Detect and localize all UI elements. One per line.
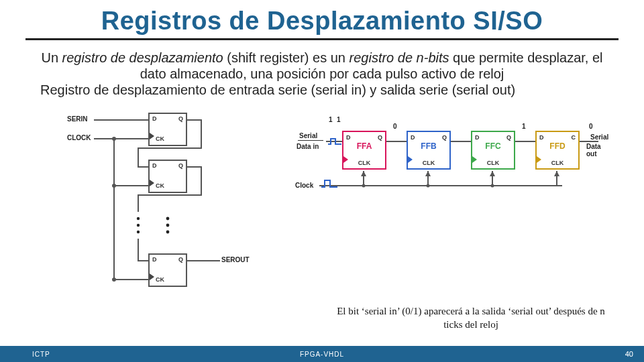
sub-line: Registro de desplazamiento de entrada se… [27,82,617,99]
pin-q: Q [178,115,183,122]
svg-point-32 [491,184,494,188]
pin-d: D [539,134,544,141]
ff-name: FFC [472,141,514,151]
ff-name: FFD [537,141,578,151]
data-pulse-icon [327,137,343,145]
ff-ffb: D Q FFB CLK [407,131,451,170]
pin-ck: CK [156,182,164,189]
bit-out: 0 [589,123,593,130]
bit-q-a: 0 [393,123,397,130]
para-mid1: (shift register) es un [223,50,350,65]
svg-marker-26 [361,171,366,176]
footer-center: FPGA-VHDL [0,351,644,358]
svg-point-30 [362,184,366,188]
diagrams-area: D Q CK D Q CK D Q CK SERIN CLOCK SEROUT [0,104,644,298]
ff-ffc: D Q FFC CLK [471,131,515,170]
bit-in-1: 1 [329,116,333,123]
ff-box-1: D Q CK [148,113,187,146]
label-serin: SERIN [67,115,88,123]
ff-box-2: D Q CK [148,160,187,193]
ff-name: FFA [343,141,385,151]
footer-page: 40 [625,350,633,358]
clk-label: CLK [343,160,385,166]
pin-d: D [411,134,415,141]
svg-point-9 [112,278,116,282]
label-serial-out-1: Serial [590,133,608,141]
label-datain: Data in [297,143,319,150]
pin-ck: CK [156,276,164,283]
diagram-right: 1 1 0 1 0 Serial Data in Serial Data out… [295,113,610,217]
pin-q: Q [178,162,183,169]
pin-q: Q [378,134,382,141]
serial-underline [298,140,323,141]
svg-point-8 [112,184,116,188]
para-pre: Un [41,50,62,65]
title-underline [25,38,619,40]
para-ital1: registro de desplazamiento [62,50,223,65]
clk-edge-icon [150,133,154,139]
slide-footer: ICTP FPGA-VHDL 40 [0,346,644,362]
svg-point-11 [166,224,170,227]
clk-edge-icon [150,274,154,280]
svg-point-10 [166,217,170,221]
pin-d: D [152,115,157,122]
label-serial: Serial [299,132,317,139]
label-clock: CLOCK [67,134,91,141]
intro-paragraph: Un registro de desplazamiento (shift reg… [27,50,617,82]
svg-point-31 [427,184,430,188]
svg-point-13 [137,217,140,220]
slide-title: Registros de Desplazamiento SI/SO [0,0,644,36]
clk-label: CLK [537,160,578,166]
clk-edge-icon [150,180,154,186]
ff-ffd: D C FFD CLK [535,131,580,170]
svg-point-15 [137,231,140,233]
svg-point-14 [137,224,140,227]
pin-q: Q [506,134,511,141]
label-serial-out-2: Data out [586,143,610,158]
pin-d: D [346,134,351,141]
footer-left: ICTP [32,351,50,358]
pin-ck: CK [156,135,164,142]
clock-pulse-icon [321,179,337,187]
ff-box-n: D Q CK [148,253,187,287]
ff-name: FFB [408,141,449,151]
svg-point-12 [166,231,170,234]
bit-in-2: 1 [337,116,341,123]
pin-d: D [152,256,157,263]
label-clock-right: Clock [295,182,313,189]
svg-marker-27 [425,171,431,176]
svg-marker-28 [490,171,495,176]
clk-label: CLK [408,160,449,166]
label-serout: SEROUT [221,256,250,263]
bit-q-c: 1 [522,123,526,130]
pin-d: D [475,134,480,141]
pin-d: D [152,162,157,169]
pin-q: Q [178,256,183,263]
ff-ffa: D Q FFA CLK [342,131,386,170]
pin-q: Q [442,134,447,141]
para-ital2: registro de n-bits [350,50,449,65]
diagram-left: D Q CK D Q CK D Q CK SERIN CLOCK SEROUT [67,108,241,302]
svg-point-7 [112,137,116,141]
svg-marker-29 [554,171,559,176]
caption-note: El bit ‘serial in’ (0/1) aparecerá a la … [337,305,605,331]
pin-c: C [572,134,576,141]
clk-label: CLK [472,160,514,166]
